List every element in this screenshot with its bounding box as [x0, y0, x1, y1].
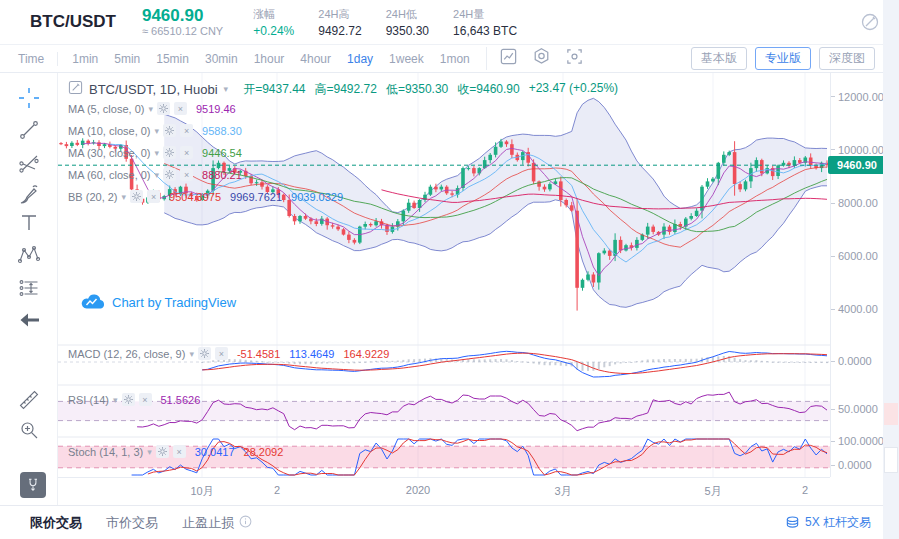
trade-tab-限价交易[interactable]: 限价交易 [30, 514, 82, 532]
settings-icon[interactable] [163, 168, 176, 181]
ohlc-value: +23.47 (+0.25%) [529, 81, 618, 98]
interval-toolbar: Time1min5min15min30min1hour4hour1day1wee… [0, 44, 899, 73]
panel-axis-label: 50.0000 [831, 403, 878, 415]
back-arrow-icon[interactable] [18, 309, 40, 331]
attribution-text[interactable]: Chart by TradingView [112, 295, 236, 310]
interval-list: Time1min5min15min30min1hour4hour1day1wee… [18, 52, 486, 66]
trading-terminal: { "header": { "pair": "BTC/USDT", "price… [0, 0, 899, 539]
last-price: 9460.90 [142, 6, 223, 26]
ohlc-value: 低=9350.30 [386, 81, 448, 98]
close-icon[interactable]: × [147, 190, 160, 203]
chevron-down-icon[interactable]: ▾ [155, 148, 160, 158]
price-axis-label: 10000.00 [831, 144, 884, 156]
chart-tool-icons [486, 47, 584, 70]
indicator-name[interactable]: MA (5, close, 0) [68, 103, 144, 115]
settings-icon[interactable] [130, 190, 143, 203]
trade-tab-止盈止损[interactable]: 止盈止损 [182, 514, 252, 532]
interval-1mon[interactable]: 1mon [440, 52, 470, 66]
indicator-name[interactable]: MA (30, close, 0) [68, 147, 151, 159]
view-button-深度图[interactable]: 深度图 [819, 47, 875, 70]
interval-5min[interactable]: 5min [114, 52, 140, 66]
indicator-name[interactable]: Stoch (14, 1, 3) [68, 446, 143, 458]
coins-icon [785, 515, 800, 530]
tradingview-attribution[interactable]: Chart by TradingView [80, 294, 236, 310]
pitchfork-icon[interactable] [18, 152, 40, 174]
indicator-name[interactable]: RSI (14) [68, 394, 109, 406]
indicator-name[interactable]: BB (20, 2) [68, 191, 118, 203]
ohlc-value: 高=9492.72 [315, 81, 377, 98]
leverage-link[interactable]: 5X 杠杆交易 [785, 514, 871, 531]
view-button-基本版[interactable]: 基本版 [691, 47, 747, 70]
interval-1hour[interactable]: 1hour [254, 52, 285, 66]
view-button-专业版[interactable]: 专业版 [755, 47, 811, 70]
tradingview-logo-icon [80, 294, 105, 310]
indicator-icon[interactable] [532, 47, 551, 70]
header: BTC/USDT 9460.90 ≈ 66510.12 CNY 涨幅+0.24%… [0, 0, 899, 44]
indicator-name[interactable]: MA (60, close, 0) [68, 169, 151, 181]
chevron-down-icon[interactable]: ▾ [113, 395, 118, 405]
close-icon[interactable]: × [180, 168, 193, 181]
xabcd-pattern-icon[interactable] [18, 244, 40, 266]
time-axis-label: 10月 [190, 484, 213, 499]
indicator-row: RSI (14)▾×51.5626 [68, 393, 200, 406]
interval-Time[interactable]: Time [18, 52, 58, 66]
indicator-name[interactable]: MA (10, close, 0) [68, 125, 151, 137]
indicator-name[interactable]: MACD (12, 26, close, 9) [68, 348, 185, 360]
chevron-down-icon[interactable]: ▾ [224, 84, 229, 94]
price-axis-label: 8000.00 [831, 197, 878, 209]
axis-marker-white [884, 447, 898, 473]
settings-icon[interactable] [163, 124, 176, 137]
price-axis-label: 4000.00 [831, 303, 878, 315]
indicator-value: 9588.30 [202, 125, 242, 137]
chevron-down-icon[interactable]: ▾ [155, 170, 160, 180]
interval-1day[interactable]: 1day [347, 52, 373, 66]
interval-15min[interactable]: 15min [156, 52, 189, 66]
settings-icon[interactable] [157, 102, 170, 115]
close-icon[interactable]: × [139, 393, 152, 406]
ohlc-value: 收=9460.90 [457, 81, 519, 98]
chevron-down-icon[interactable]: ▾ [148, 104, 153, 114]
close-icon[interactable]: × [180, 146, 193, 159]
settings-icon[interactable] [163, 146, 176, 159]
settings-icon[interactable] [122, 393, 135, 406]
magnet-tool[interactable] [20, 472, 46, 498]
indicator-row: MA (30, close, 0)▾×9446.54 [68, 146, 242, 159]
time-axis-label: 2 [274, 484, 280, 496]
time-axis[interactable]: 10月220203月5月2 [58, 477, 830, 503]
trend-line-icon[interactable] [18, 119, 40, 141]
brush-icon[interactable] [18, 184, 40, 206]
marker-pen-icon[interactable] [860, 12, 880, 36]
chevron-down-icon[interactable]: ▾ [122, 192, 127, 202]
close-icon[interactable]: × [180, 124, 193, 137]
position-tool-icon[interactable] [18, 277, 40, 299]
chevron-down-icon[interactable]: ▾ [155, 126, 160, 136]
text-tool-icon[interactable] [18, 212, 40, 234]
interval-1min[interactable]: 1min [72, 52, 98, 66]
chart-edit-icon[interactable] [68, 80, 83, 98]
drawing-toolbar [0, 73, 58, 505]
interval-30min[interactable]: 30min [205, 52, 238, 66]
interval-4hour[interactable]: 4hour [300, 52, 331, 66]
chart-style-icon[interactable] [499, 47, 518, 70]
close-icon[interactable]: × [174, 102, 187, 115]
info-icon[interactable] [239, 515, 252, 531]
leverage-text[interactable]: 5X 杠杆交易 [805, 514, 871, 531]
trade-tabs: 限价交易市价交易止盈止损 [30, 514, 252, 532]
interval-1week[interactable]: 1week [389, 52, 424, 66]
close-icon[interactable]: × [173, 445, 186, 458]
settings-icon[interactable] [156, 445, 169, 458]
trade-tab-市价交易[interactable]: 市价交易 [106, 514, 158, 532]
crosshair-icon[interactable] [18, 87, 40, 109]
snapshot-icon[interactable] [565, 47, 584, 70]
zoom-in-icon[interactable] [18, 419, 40, 441]
price-axis[interactable]: 12000.0010000.008000.006000.004000.00946… [830, 73, 883, 477]
close-icon[interactable]: × [215, 347, 228, 360]
chevron-down-icon[interactable]: ▾ [147, 447, 152, 457]
chart-title[interactable]: BTC/USDT, 1D, Huobi [89, 82, 218, 97]
right-scroll-strip [883, 0, 899, 539]
chevron-down-icon[interactable]: ▾ [189, 349, 194, 359]
settings-icon[interactable] [198, 347, 211, 360]
stat-value: 9492.72 [318, 24, 361, 38]
indicator-row: MA (5, close, 0)▾×9519.46 [68, 102, 236, 115]
ruler-icon[interactable] [18, 389, 40, 411]
